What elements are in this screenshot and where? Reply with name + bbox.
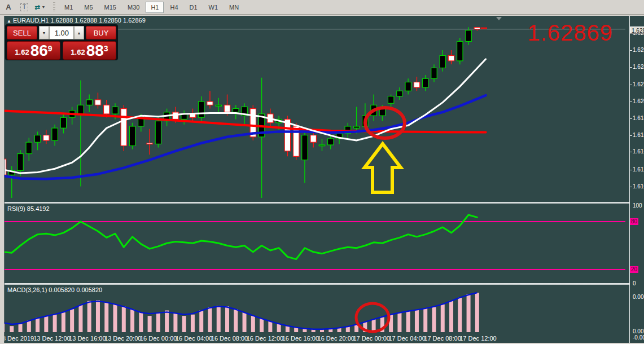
timeframe-d1[interactable]: D1 [185, 2, 203, 13]
candle-body [388, 96, 393, 104]
macd-histogram-bar [27, 321, 31, 332]
cycle-tool-button[interactable]: ⇄ ▼ [33, 1, 47, 14]
macd-histogram-bar [449, 301, 453, 332]
candle-body [26, 142, 32, 153]
macd-histogram-bar [182, 316, 186, 332]
time-axis-label: 17 Dec 00:00 [353, 335, 389, 342]
candle-body [78, 105, 84, 114]
price-tick-label: 1.6244 [633, 64, 644, 70]
macd-histogram-bar [165, 311, 169, 332]
fast-ma-line [5, 59, 486, 173]
rsi-axis-label-100: 100 [633, 202, 642, 209]
candle-body [95, 100, 100, 105]
time-axis-label: 17 Dec 12:00 [459, 335, 496, 342]
rsi-pane[interactable]: RSI(9) 85.4192 [5, 204, 625, 283]
buy-price-big: 88 [86, 43, 104, 58]
macd-histogram-bar [397, 312, 401, 332]
sell-button[interactable]: SELL [7, 26, 37, 39]
price-tick-label: 1.6186 [633, 115, 644, 121]
main-chart-pane[interactable]: ▲EURAUD,H1 1.62888 1.62888 1.62850 1.628… [5, 16, 625, 202]
text-label-icon: T [20, 3, 28, 11]
price-tick-mark [630, 67, 632, 68]
macd-histogram-bar [406, 311, 410, 332]
candle-body [121, 109, 126, 146]
font-tool-button[interactable]: A [1, 1, 16, 14]
time-axis-label: 16 Dec 12:00 [247, 335, 283, 342]
buy-price-tile[interactable]: 1.62883 [63, 41, 116, 60]
time-axis-label: 16 Dec 20:00 [318, 335, 354, 342]
candle-body [353, 126, 359, 128]
candle-body [431, 68, 437, 78]
timeframe-m1[interactable]: M1 [59, 2, 78, 13]
candle-body [423, 78, 428, 87]
macd-histogram-bar [234, 309, 238, 332]
macd-histogram-bar [104, 302, 108, 332]
price-tick-mark [630, 170, 632, 170]
macd-histogram-bar [199, 311, 203, 332]
time-axis-label: 16 Dec 08:00 [211, 335, 248, 342]
dropdown-caret-icon: ▼ [42, 5, 46, 9]
macd-histogram-bar [251, 316, 255, 332]
macd-axis-label: -0.0018 [633, 334, 644, 341]
macd-histogram-bar [458, 298, 462, 332]
macd-histogram-bar [5, 323, 5, 332]
macd-axis-label: 0.0061 [633, 294, 644, 300]
rsi-canvas[interactable] [5, 204, 625, 283]
macd-histogram-bar [217, 306, 221, 332]
candle-body [207, 102, 213, 105]
macd-histogram-bar [156, 312, 160, 332]
macd-histogram-bar [286, 326, 290, 332]
macd-axis-label: 0.00 [633, 328, 643, 334]
macd-pane[interactable]: MACD(3,26,1) 0.005820 0.005820 [5, 285, 625, 333]
macd-histogram-bar [87, 301, 91, 332]
timeframe-h4[interactable]: H4 [165, 2, 183, 13]
candle-body [474, 28, 480, 29]
timeframe-m15[interactable]: M15 [99, 2, 121, 13]
time-axis[interactable]: 13 Dec 201913 Dec 12:0013 Dec 16:0013 De… [5, 334, 625, 343]
macd-histogram-bar [113, 305, 117, 332]
candle-body [397, 91, 402, 96]
macd-histogram-bar [44, 316, 48, 332]
price-scale[interactable]: 1.62821.62631.62441.62241.62051.61861.61… [629, 16, 644, 343]
rsi-label: RSI(9) 85.4192 [7, 205, 50, 212]
buy-button[interactable]: BUY [86, 26, 116, 39]
macd-histogram-bar [191, 315, 195, 332]
price-tick-label: 1.6263 [633, 47, 644, 53]
macd-histogram-bar [441, 305, 445, 332]
rsi-axis-label-0: 0 [633, 280, 636, 286]
time-axis-label: 13 Dec 20:00 [104, 335, 141, 342]
timeframe-group: M1M5M15M30H1H4D1W1MN [59, 2, 244, 13]
macd-histogram-bar [432, 307, 436, 332]
current-price-tag: 1.6286 [630, 27, 644, 34]
candle-body [216, 105, 221, 106]
price-tick-mark [630, 135, 632, 136]
toolbar-separator [53, 2, 55, 12]
volume-increase-button[interactable]: ▲ [74, 26, 84, 39]
candle-body [310, 135, 316, 143]
volume-decrease-button[interactable]: ▼ [39, 26, 49, 39]
volume-input[interactable]: 1.00 [49, 26, 74, 39]
candle-body [319, 145, 325, 146]
candle-body [328, 139, 334, 145]
text-label-tool-button[interactable]: T [17, 1, 32, 14]
timeframe-m5[interactable]: M5 [79, 2, 98, 13]
timeframe-mn[interactable]: MN [224, 2, 244, 13]
candle-body [233, 109, 239, 112]
ask-price-marker [481, 28, 487, 29]
macd-histogram-bar [70, 309, 74, 332]
timeframe-m30[interactable]: M30 [122, 2, 144, 13]
time-axis-label: 16 Dec 16:00 [282, 335, 319, 342]
macd-histogram-bar [10, 326, 14, 332]
candle-body [414, 82, 419, 87]
macd-histogram-bar [122, 306, 126, 332]
price-tick-label: 1.6224 [633, 81, 644, 87]
macd-histogram-bar [260, 319, 264, 332]
timeframe-h1[interactable]: H1 [146, 2, 164, 13]
sell-price-tile[interactable]: 1.62869 [7, 41, 60, 60]
time-axis-label: 13 Dec 12:00 [33, 335, 70, 342]
candle-body [17, 154, 23, 171]
price-tick-label: 1.6167 [633, 132, 644, 138]
macd-histogram-bar [173, 313, 177, 332]
price-tick-mark [630, 50, 632, 51]
timeframe-w1[interactable]: W1 [204, 2, 224, 13]
